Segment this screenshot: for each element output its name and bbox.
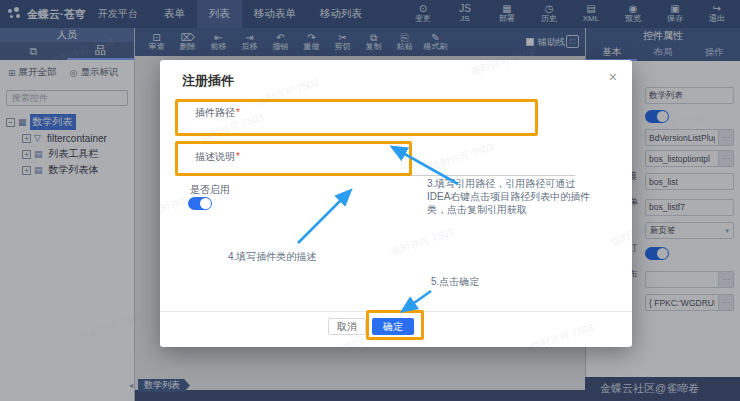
description-input[interactable] [190,158,575,176]
enable-label: 是否启用 [190,183,230,197]
close-icon[interactable]: × [609,69,617,85]
community-watermark: 金蝶云社区@雀啼卷 [600,381,699,396]
app-window: 金蝶云·苍穹 开发平台 表单列表移动表单移动列表 ⊙变更JSJS▦部署◷历史▤X… [0,0,740,401]
annotation-step5: 5.点击确定 [431,275,479,288]
plugin-path-label: 插件路径* [195,106,240,120]
annotation-step4: 4.填写插件类的描述 [228,250,316,263]
cancel-button[interactable]: 取消 [328,318,366,335]
required-asterisk: * [236,107,240,118]
dialog-footer-divider [160,311,632,312]
enable-toggle[interactable] [188,197,212,210]
ok-button[interactable]: 确定 [372,318,414,335]
annotation-step3: 3.填写引用路径，引用路径可通过IDEA右键点击项目路径列表中的插件类，点击复制… [427,177,591,216]
dialog-title: 注册插件 [182,72,234,90]
